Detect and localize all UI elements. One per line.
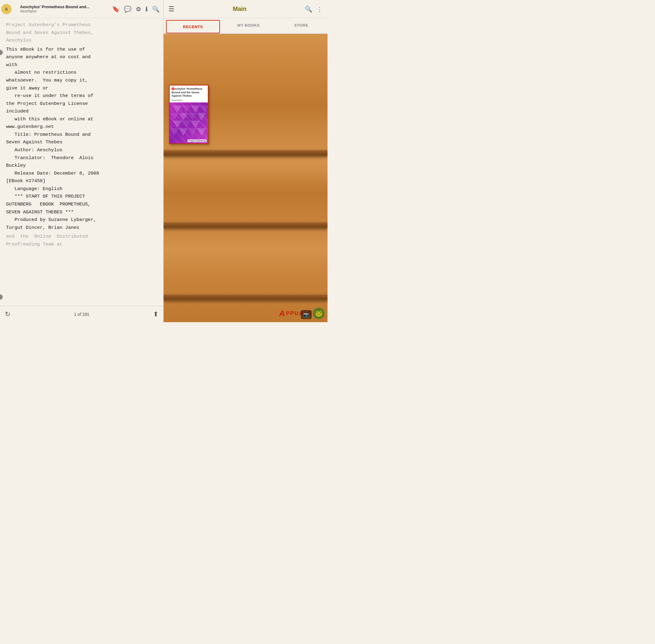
book-cover-publisher-label: Project Gutenberg	[188, 139, 207, 142]
svg-marker-0	[173, 106, 182, 113]
main-title: Main	[178, 5, 302, 13]
tabs-bar: RECENTS MY BOOKS STORE	[164, 18, 327, 34]
speaker-icon[interactable]: 💬	[124, 5, 132, 13]
svg-marker-12	[179, 128, 188, 136]
info-icon[interactable]: ℹ	[145, 5, 148, 13]
tab-store[interactable]: STORE	[275, 18, 327, 33]
book-cover-art: Project Gutenberg	[170, 102, 208, 143]
book-title: Aeschylus' Prometheus Bound and...	[20, 4, 108, 9]
svg-marker-10	[191, 121, 200, 128]
bookmark-icon[interactable]: 🔖	[112, 5, 120, 13]
right-header-icons: 🔍 ⋮	[305, 5, 323, 13]
shelf-background	[164, 34, 327, 322]
refresh-icon[interactable]: ↻	[5, 310, 10, 318]
bookshelf-2	[164, 222, 327, 229]
book-status-dot	[171, 87, 174, 90]
svg-marker-1	[182, 106, 191, 113]
svg-marker-7	[197, 113, 206, 121]
search-icon[interactable]: 🔍	[152, 5, 160, 13]
main-search-icon[interactable]: 🔍	[305, 5, 312, 13]
svg-marker-8	[173, 121, 182, 128]
watermark-a-letter: A	[279, 309, 285, 318]
reader-header: A Aeschylus' Prometheus Bound and... Aes…	[0, 0, 163, 18]
svg-marker-4	[170, 113, 179, 121]
svg-marker-9	[182, 121, 191, 128]
triangle-pattern	[170, 102, 208, 143]
svg-marker-3	[200, 106, 208, 113]
svg-marker-6	[188, 113, 197, 121]
header-title-area: Aeschylus' Prometheus Bound and... Aesch…	[19, 4, 109, 13]
more-options-icon[interactable]: ⋮	[317, 5, 323, 13]
svg-marker-13	[188, 128, 197, 136]
main-header: ☰ Main 🔍 ⋮	[164, 0, 327, 18]
book-cover-title-area: Aeschylus' Prometheus Bound and the Seve…	[170, 86, 208, 102]
avatar: A	[1, 4, 11, 14]
svg-marker-2	[191, 106, 200, 113]
camera-icon: 📷	[303, 312, 309, 318]
upload-icon[interactable]: ⬆	[153, 310, 159, 318]
book-author: Aeschylus	[20, 9, 108, 13]
reader-footer: ↻ 1 of 191 ⬆	[0, 306, 163, 322]
svg-marker-5	[179, 113, 188, 121]
page-info: 1 of 191	[74, 312, 89, 317]
book-cover-recents[interactable]: Aeschylus' Prometheus Bound and the Seve…	[169, 85, 208, 144]
watermark-logo-icon: 🐸	[313, 307, 325, 319]
bookshelf-area: Aeschylus' Prometheus Bound and the Seve…	[164, 34, 327, 322]
hamburger-menu-icon[interactable]: ☰	[168, 5, 174, 13]
main-bookshelf-panel: ☰ Main 🔍 ⋮ RECENTS MY BOOKS STORE Aeschy…	[164, 0, 327, 322]
tab-my-books[interactable]: MY BOOKS	[223, 18, 275, 33]
tab-recents[interactable]: RECENTS	[166, 20, 220, 33]
bookshelf-3	[164, 294, 327, 301]
svg-marker-11	[170, 128, 179, 136]
content-faded-bottom: and the Online Distributed Proofreading …	[6, 233, 157, 248]
content-main-text: This eBook is for the use of anyone anyw…	[6, 46, 157, 232]
book-cover-title-text: Aeschylus' Prometheus Bound and the Seve…	[171, 87, 202, 97]
content-faded-header: Project Gutenberg's Prometheus Bound and…	[6, 21, 157, 45]
settings-icon[interactable]: ⚙	[136, 5, 141, 13]
camera-badge[interactable]: 📷	[301, 310, 312, 319]
bookshelf-1	[164, 150, 327, 156]
book-cover-author-text: Aeschylus	[171, 99, 206, 102]
header-icons: 🔖 💬 ⚙ ℹ 🔍	[112, 5, 160, 13]
svg-marker-14	[197, 128, 206, 136]
ebook-reader-panel: A Aeschylus' Prometheus Bound and... Aes…	[0, 0, 164, 322]
book-content: Project Gutenberg's Prometheus Bound and…	[0, 18, 163, 306]
